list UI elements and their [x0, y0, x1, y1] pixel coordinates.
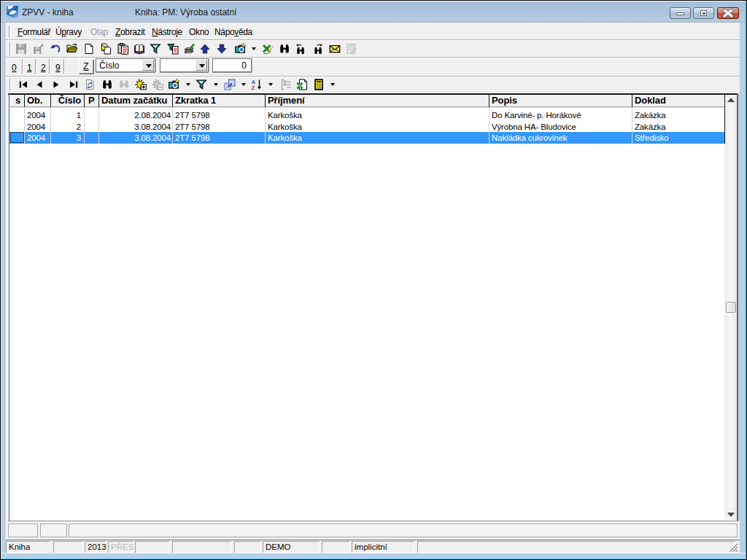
svg-text:Z: Z	[252, 85, 255, 90]
